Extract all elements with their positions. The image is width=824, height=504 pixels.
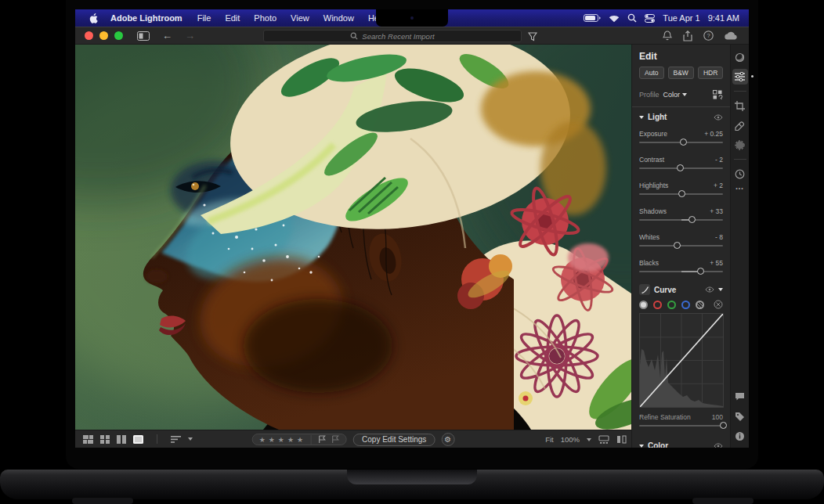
square-grid-view-icon[interactable] (100, 435, 110, 444)
control-center-icon[interactable] (645, 14, 655, 23)
menu-date[interactable]: Tue Apr 1 (663, 13, 699, 23)
star-2-icon[interactable]: ★ (269, 436, 276, 444)
menu-bar: Adobe Lightroom File Edit Photo View Win… (75, 9, 749, 27)
back-button[interactable]: ← (156, 30, 179, 41)
keywords-button[interactable] (732, 409, 748, 424)
auto-button[interactable]: Auto (639, 67, 664, 79)
contrast-knob[interactable] (677, 164, 684, 171)
light-visibility-eye-icon[interactable] (714, 114, 723, 121)
info-button[interactable] (732, 428, 748, 444)
help-icon[interactable]: ? (703, 31, 714, 41)
forward-button[interactable]: → (179, 30, 201, 41)
menu-time[interactable]: 9:41 AM (708, 13, 739, 23)
curve-tool-icon[interactable] (639, 284, 650, 295)
tone-curve-editor[interactable] (639, 313, 724, 408)
divider (157, 434, 157, 444)
photo-canvas[interactable] (75, 45, 631, 430)
highlights-slider[interactable] (639, 189, 723, 199)
profile-dropdown[interactable]: Color (663, 91, 688, 99)
blacks-slider[interactable] (639, 267, 723, 276)
divider (311, 435, 312, 445)
wifi-icon[interactable] (609, 14, 620, 23)
versions-button[interactable] (732, 166, 748, 182)
cloud-sync-icon[interactable] (725, 31, 738, 40)
green-channel-button[interactable] (667, 301, 676, 309)
color-visibility-eye-icon[interactable] (714, 443, 723, 448)
more-tools-button[interactable]: ••• (735, 185, 743, 191)
curve-reset-icon[interactable] (714, 300, 723, 309)
refine-saturation-knob[interactable] (720, 422, 727, 429)
close-button[interactable] (85, 31, 93, 40)
comments-button[interactable] (732, 389, 748, 405)
blue-channel-button[interactable] (681, 301, 690, 309)
curve-section-header[interactable]: Curve (639, 284, 723, 295)
menu-window[interactable]: Window (316, 9, 361, 27)
edit-tool-button[interactable] (732, 69, 748, 85)
healing-tool-button[interactable] (732, 117, 748, 133)
bw-button[interactable]: B&W (668, 67, 694, 79)
menu-photo[interactable]: Photo (247, 9, 284, 27)
menu-app-name[interactable]: Adobe Lightroom (103, 9, 190, 27)
compare-view-icon[interactable] (117, 435, 126, 444)
bottom-toolbar: ★ ★ ★ ★ ★ Copy Edit Settings ⚙ (75, 430, 631, 448)
highlights-knob[interactable] (678, 190, 685, 197)
history-clock-icon (735, 169, 745, 179)
share-icon[interactable] (683, 31, 692, 41)
before-after-icon[interactable] (616, 435, 627, 444)
search-input[interactable]: Search Recent Import (263, 30, 522, 42)
tool-rail: ••• (730, 45, 749, 448)
curve-collapse-chevron-icon[interactable] (718, 288, 723, 291)
settings-gear-button[interactable]: ⚙ (441, 433, 454, 446)
zoom-level-value[interactable]: 100% (561, 435, 580, 444)
red-channel-button[interactable] (653, 301, 662, 309)
spotlight-icon[interactable] (627, 13, 637, 23)
menu-view[interactable]: View (284, 9, 316, 27)
sort-chevron-icon[interactable] (188, 437, 193, 441)
reject-flag-icon[interactable] (331, 435, 340, 444)
menu-edit[interactable]: Edit (218, 9, 247, 27)
blacks-knob[interactable] (697, 268, 704, 275)
sidebar-toggle-button[interactable] (131, 31, 156, 41)
zoom-mode-label[interactable]: Fit (545, 435, 554, 444)
detail-view-icon[interactable] (133, 435, 143, 444)
shadows-knob[interactable] (688, 216, 696, 223)
light-section-header[interactable]: Light (639, 113, 723, 121)
contrast-value: - 2 (715, 156, 723, 164)
shadows-slider[interactable] (639, 215, 723, 225)
star-5-icon[interactable]: ★ (297, 436, 305, 444)
sort-icon[interactable] (171, 436, 181, 443)
whites-knob[interactable] (674, 242, 681, 249)
curve-visibility-eye-icon[interactable] (705, 286, 714, 293)
apple-menu[interactable] (85, 13, 103, 23)
whites-slider[interactable] (639, 241, 723, 250)
star-3-icon[interactable]: ★ (278, 436, 286, 444)
masking-tool-button[interactable] (732, 137, 748, 153)
star-4-icon[interactable]: ★ (287, 436, 295, 444)
notifications-bell-icon[interactable] (663, 31, 672, 41)
hdr-button[interactable]: HDR (698, 67, 723, 79)
luminance-channel-button[interactable] (639, 301, 648, 309)
profile-browser-icon[interactable] (713, 90, 723, 99)
search-placeholder: Search Recent Import (362, 32, 434, 41)
zoom-chevron-icon[interactable] (587, 438, 591, 441)
menu-file[interactable]: File (190, 9, 219, 27)
refine-saturation-slider[interactable] (639, 421, 723, 430)
exposure-knob[interactable] (680, 139, 687, 146)
star-1-icon[interactable]: ★ (259, 436, 267, 444)
pick-flag-icon[interactable] (318, 435, 327, 444)
filter-button[interactable] (528, 31, 537, 45)
contrast-slider[interactable] (639, 164, 723, 173)
zoom-button[interactable] (114, 31, 123, 40)
minimize-button[interactable] (99, 31, 108, 40)
point-curve-button[interactable] (696, 301, 704, 309)
filmstrip-toggle-icon[interactable] (598, 435, 609, 444)
exposure-label: Exposure (639, 130, 667, 138)
presets-button[interactable] (732, 49, 748, 65)
color-section-header[interactable]: Color (639, 441, 723, 448)
exposure-slider[interactable] (639, 138, 723, 147)
copy-edit-settings-button[interactable]: Copy Edit Settings (353, 434, 435, 446)
blacks-label: Blacks (639, 259, 659, 267)
battery-icon[interactable] (584, 14, 601, 22)
crop-tool-button[interactable] (732, 98, 748, 113)
photo-grid-view-icon[interactable] (83, 435, 93, 444)
